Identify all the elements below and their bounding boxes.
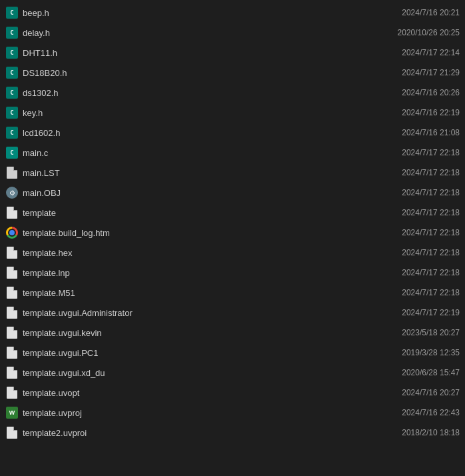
file-icon	[5, 426, 19, 439]
file-icon	[5, 306, 19, 319]
list-item[interactable]: template.hex2024/7/17 22:18	[0, 243, 465, 263]
list-item[interactable]: Cmain.c2024/7/17 22:18	[0, 143, 465, 163]
file-icon	[5, 326, 19, 339]
file-date: 2019/3/28 12:35	[402, 348, 460, 357]
c-header-icon: C	[5, 86, 19, 99]
lst-icon	[5, 166, 19, 179]
file-name: template.uvproj	[23, 408, 396, 418]
file-name: lcd1602.h	[23, 128, 396, 138]
file-name: delay.h	[23, 28, 392, 38]
file-icon	[5, 346, 19, 359]
file-name: main.LST	[23, 168, 396, 178]
list-item[interactable]: template.uvgui.PC12019/3/28 12:35	[0, 343, 465, 363]
file-date: 2024/7/17 22:14	[402, 48, 460, 57]
file-icon	[5, 286, 19, 299]
file-date: 2024/7/17 22:19	[402, 308, 460, 317]
c-header-icon: C	[5, 26, 19, 39]
file-icon	[5, 246, 19, 259]
file-icon	[5, 206, 19, 219]
file-date: 2018/2/10 18:18	[402, 428, 460, 437]
file-name: template.hex	[23, 248, 396, 258]
file-name: ds1302.h	[23, 88, 396, 98]
file-date: 2024/7/17 22:18	[402, 228, 460, 237]
file-date: 2024/7/17 22:18	[402, 168, 460, 177]
list-item[interactable]: main.LST2024/7/17 22:18	[0, 163, 465, 183]
file-name: template.M51	[23, 288, 396, 298]
file-date: 2024/7/16 22:43	[402, 408, 460, 417]
file-name: main.OBJ	[23, 188, 396, 198]
list-item[interactable]: template.uvgui.Administrator2024/7/17 22…	[0, 303, 465, 323]
file-name: template.lnp	[23, 268, 396, 278]
file-date: 2024/7/16 20:21	[402, 8, 460, 17]
file-date: 2024/7/17 22:18	[402, 208, 460, 217]
list-item[interactable]: template.build_log.htm2024/7/17 22:18	[0, 223, 465, 243]
file-name: template.uvgui.kevin	[23, 328, 396, 338]
file-name: key.h	[23, 108, 396, 118]
file-name: DHT11.h	[23, 48, 396, 58]
list-item[interactable]: Wtemplate.uvproj2024/7/16 22:43	[0, 403, 465, 423]
file-name: template2.uvproi	[23, 428, 396, 438]
list-item[interactable]: template.lnp2024/7/17 22:18	[0, 263, 465, 283]
file-date: 2024/7/16 20:26	[402, 88, 460, 97]
file-date: 2024/7/17 22:18	[402, 288, 460, 297]
obj-icon: ⚙	[5, 186, 19, 199]
c-header-icon: C	[5, 46, 19, 59]
list-item[interactable]: template.uvopt2024/7/16 20:27	[0, 383, 465, 403]
list-item[interactable]: template2.uvproi2018/2/10 18:18	[0, 423, 465, 443]
list-item[interactable]: template.uvgui.kevin2023/5/18 20:27	[0, 323, 465, 343]
file-name: template.uvgui.Administrator	[23, 308, 396, 318]
file-icon	[5, 386, 19, 399]
file-date: 2024/7/16 21:08	[402, 128, 460, 137]
file-list: Cbeep.h2024/7/16 20:21Cdelay.h2020/10/26…	[0, 0, 465, 445]
list-item[interactable]: Ckey.h2024/7/16 22:19	[0, 103, 465, 123]
file-icon	[5, 266, 19, 279]
c-source-icon: C	[5, 146, 19, 159]
file-date: 2024/7/16 20:27	[402, 388, 460, 397]
list-item[interactable]: Cbeep.h2024/7/16 20:21	[0, 3, 465, 23]
c-header-icon: C	[5, 106, 19, 119]
file-date: 2024/7/17 22:18	[402, 148, 460, 157]
file-date: 2024/7/17 21:29	[402, 68, 460, 77]
file-date: 2024/7/16 22:19	[402, 108, 460, 117]
list-item[interactable]: Cdelay.h2020/10/26 20:25	[0, 23, 465, 43]
chrome-icon	[5, 226, 19, 239]
c-header-icon: C	[5, 66, 19, 79]
list-item[interactable]: template.uvgui.xd_du2020/6/28 15:47	[0, 363, 465, 383]
file-name: template.uvgui.PC1	[23, 348, 396, 358]
file-date: 2024/7/17 22:18	[402, 248, 460, 257]
list-item[interactable]: Cds1302.h2024/7/16 20:26	[0, 83, 465, 103]
c-header-icon: C	[5, 6, 19, 19]
file-date: 2020/10/26 20:25	[398, 28, 460, 37]
list-item[interactable]: template.M512024/7/17 22:18	[0, 283, 465, 303]
file-name: template.uvgui.xd_du	[23, 368, 396, 378]
uvproj-icon: W	[5, 406, 19, 419]
list-item[interactable]: Clcd1602.h2024/7/16 21:08	[0, 123, 465, 143]
file-name: DS18B20.h	[23, 68, 396, 78]
file-date: 2020/6/28 15:47	[402, 368, 460, 377]
list-item[interactable]: template2024/7/17 22:18	[0, 203, 465, 223]
file-name: template.uvopt	[23, 388, 396, 398]
file-name: beep.h	[23, 8, 396, 18]
file-name: template.build_log.htm	[23, 228, 396, 238]
c-header-icon: C	[5, 126, 19, 139]
list-item[interactable]: ⚙main.OBJ2024/7/17 22:18	[0, 183, 465, 203]
file-name: template	[23, 208, 396, 218]
file-name: main.c	[23, 148, 396, 158]
file-date: 2024/7/17 22:18	[402, 268, 460, 277]
file-date: 2023/5/18 20:27	[402, 328, 460, 337]
list-item[interactable]: CDHT11.h2024/7/17 22:14	[0, 43, 465, 63]
file-icon	[5, 366, 19, 379]
file-date: 2024/7/17 22:18	[402, 188, 460, 197]
list-item[interactable]: CDS18B20.h2024/7/17 21:29	[0, 63, 465, 83]
